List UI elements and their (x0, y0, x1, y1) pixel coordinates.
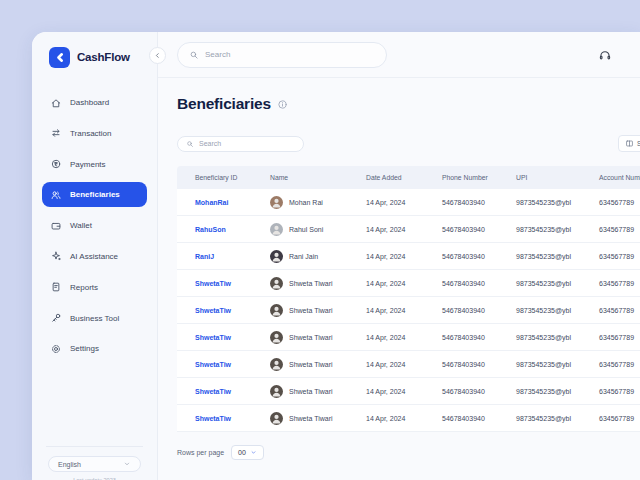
language-select[interactable]: English (48, 456, 141, 472)
wallet-icon (50, 220, 62, 232)
sidebar-item-beneficiaries[interactable]: Beneficiaries (42, 182, 147, 207)
name-cell: Rahul Soni (270, 223, 366, 236)
beneficiary-name: Mohan Rai (289, 199, 323, 206)
sidebar-item-transaction[interactable]: Transaction (42, 121, 147, 146)
avatar (270, 277, 283, 290)
sidebar-item-label: Reports (70, 283, 98, 292)
table-row[interactable]: ShwetaTiw Shweta Tiwari 14 Apr, 2024 546… (177, 405, 640, 432)
rows-per-page-value: 00 (238, 449, 246, 456)
table-row[interactable]: RaniJ Rani Jain 14 Apr, 2024 54678403940… (177, 243, 640, 270)
phone-cell: 54678403940 (442, 361, 516, 368)
rows-per-page-label: Rows per page (177, 449, 224, 456)
date-added-cell: 14 Apr, 2024 (366, 307, 442, 314)
column-header: Beneficiary ID (195, 174, 270, 181)
sidebar-item-label: Beneficiaries (70, 190, 120, 199)
avatar (270, 385, 283, 398)
beneficiary-id-link[interactable]: RahuSon (195, 226, 270, 233)
upi-cell: 9873545235@ybl (516, 199, 599, 206)
table-row[interactable]: ShwetaTiw Shweta Tiwari 14 Apr, 2024 546… (177, 378, 640, 405)
sidebar-item-label: Wallet (70, 221, 92, 230)
sidebar-item-label: Payments (70, 160, 106, 169)
table-search-input[interactable]: Search (177, 136, 304, 152)
beneficiary-id-link[interactable]: MohanRai (195, 199, 270, 206)
search-placeholder: Search (205, 50, 230, 59)
sidebar: CashFlow Dashboard Transaction Payments … (32, 32, 158, 480)
columns-button[interactable]: Show (618, 135, 640, 152)
table-row[interactable]: ShwetaTiw Shweta Tiwari 14 Apr, 2024 546… (177, 297, 640, 324)
beneficiary-name: Shweta Tiwari (289, 307, 333, 314)
upi-cell: 9873545235@ybl (516, 226, 599, 233)
sidebar-item-dashboard[interactable]: Dashboard (42, 90, 147, 115)
beneficiary-id-link[interactable]: ShwetaTiw (195, 280, 270, 287)
table-footer: Rows per page 00 (177, 445, 640, 460)
name-cell: Shweta Tiwari (270, 331, 366, 344)
date-added-cell: 14 Apr, 2024 (366, 388, 442, 395)
gear-icon (50, 343, 62, 355)
table-row[interactable]: ShwetaTiw Shweta Tiwari 14 Apr, 2024 546… (177, 270, 640, 297)
info-icon[interactable] (277, 99, 288, 110)
account-cell: 634567789 (599, 307, 640, 314)
transfer-icon (50, 127, 62, 139)
sidebar-item-reports[interactable]: Reports (42, 275, 147, 300)
date-added-cell: 14 Apr, 2024 (366, 415, 442, 422)
phone-cell: 54678403940 (442, 280, 516, 287)
beneficiary-id-link[interactable]: ShwetaTiw (195, 361, 270, 368)
phone-cell: 54678403940 (442, 415, 516, 422)
beneficiary-id-link[interactable]: RaniJ (195, 253, 270, 260)
sidebar-item-label: Dashboard (70, 98, 109, 107)
sidebar-item-settings[interactable]: Settings (42, 336, 147, 361)
beneficiary-id-link[interactable]: ShwetaTiw (195, 334, 270, 341)
avatar (270, 250, 283, 263)
beneficiary-name: Shweta Tiwari (289, 415, 333, 422)
global-search-input[interactable]: Search (177, 42, 387, 68)
name-cell: Mohan Rai (270, 196, 366, 209)
sidebar-nav: Dashboard Transaction Payments Beneficia… (32, 90, 157, 361)
upi-cell: 9873545235@ybl (516, 280, 599, 287)
account-cell: 634567789 (599, 199, 640, 206)
collapse-sidebar-button[interactable] (149, 47, 166, 64)
beneficiary-id-link[interactable]: ShwetaTiw (195, 388, 270, 395)
phone-cell: 54678403940 (442, 388, 516, 395)
beneficiary-name: Shweta Tiwari (289, 334, 333, 341)
beneficiary-id-link[interactable]: ShwetaTiw (195, 415, 270, 422)
sidebar-item-wallet[interactable]: Wallet (42, 213, 147, 238)
avatar (270, 304, 283, 317)
date-added-cell: 14 Apr, 2024 (366, 226, 442, 233)
sparkle-icon (50, 250, 62, 262)
sidebar-item-label: Business Tool (70, 314, 119, 323)
column-header: Account Number (599, 174, 640, 181)
rows-per-page-select[interactable]: 00 (231, 445, 264, 460)
language-label: English (58, 461, 81, 468)
sidebar-item-label: Transaction (70, 129, 112, 138)
main-area: Search Beneficiaries Search Show Be (158, 32, 640, 480)
table-row[interactable]: ShwetaTiw Shweta Tiwari 14 Apr, 2024 546… (177, 324, 640, 351)
table-toolbar: Search Show (177, 135, 640, 152)
sidebar-item-payments[interactable]: Payments (42, 152, 147, 177)
upi-cell: 9873545235@ybl (516, 388, 599, 395)
phone-cell: 54678403940 (442, 334, 516, 341)
avatar (270, 412, 283, 425)
table-row[interactable]: ShwetaTiw Shweta Tiwari 14 Apr, 2024 546… (177, 351, 640, 378)
name-cell: Shweta Tiwari (270, 277, 366, 290)
upi-cell: 9873545235@ybl (516, 361, 599, 368)
chevron-left-icon (153, 51, 162, 60)
table-row[interactable]: MohanRai Mohan Rai 14 Apr, 2024 54678403… (177, 189, 640, 216)
search-icon (189, 50, 199, 60)
sidebar-item-business-tool[interactable]: Business Tool (42, 306, 147, 331)
sidebar-item-label: Settings (70, 344, 99, 353)
avatar (270, 223, 283, 236)
sidebar-item-ai-assistance[interactable]: AI Assistance (42, 244, 147, 269)
avatar (270, 196, 283, 209)
column-header: Name (270, 174, 366, 181)
phone-cell: 54678403940 (442, 226, 516, 233)
content: Beneficiaries Search Show Beneficiary ID… (158, 78, 640, 480)
avatar (270, 358, 283, 371)
beneficiary-name: Rani Jain (289, 253, 318, 260)
columns-icon (625, 139, 634, 148)
headphones-icon[interactable] (598, 48, 612, 62)
date-added-cell: 14 Apr, 2024 (366, 361, 442, 368)
beneficiary-id-link[interactable]: ShwetaTiw (195, 307, 270, 314)
phone-cell: 54678403940 (442, 253, 516, 260)
sidebar-item-label: AI Assistance (70, 252, 118, 261)
table-row[interactable]: RahuSon Rahul Soni 14 Apr, 2024 54678403… (177, 216, 640, 243)
